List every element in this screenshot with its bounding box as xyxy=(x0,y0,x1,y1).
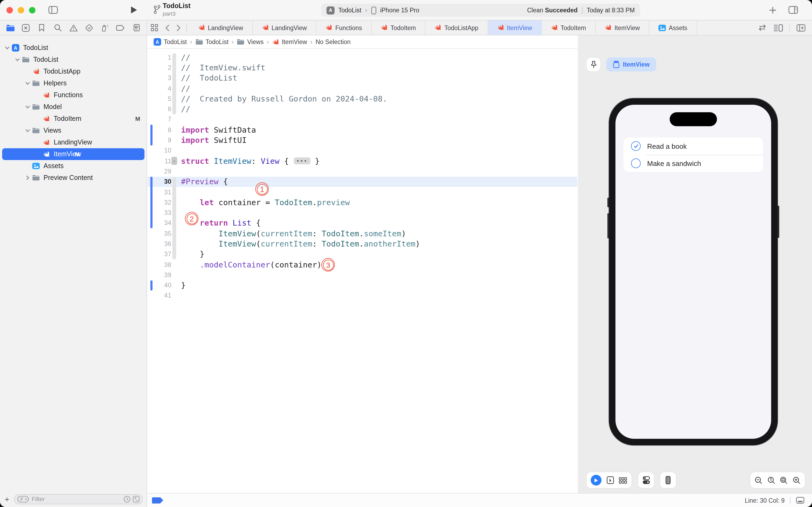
issues-navigator-icon[interactable] xyxy=(68,22,79,33)
breadcrumb-item[interactable]: ATodoList xyxy=(154,38,187,46)
tests-navigator-icon[interactable] xyxy=(84,22,95,33)
sidebar-item-todolist[interactable]: TodoList xyxy=(0,54,147,65)
sidebar-item-todolistapp[interactable]: TodoListApp xyxy=(0,65,147,77)
code-line-6[interactable]: 6// xyxy=(148,104,577,114)
disclosure-chevron-icon[interactable] xyxy=(23,104,32,110)
code-line-37[interactable]: 37 } xyxy=(148,249,577,260)
add-file-button[interactable]: + xyxy=(0,494,14,504)
sidebar-item-preview-content[interactable]: Preview Content xyxy=(0,172,147,184)
back-icon[interactable] xyxy=(162,20,173,35)
toggle-inspector-icon[interactable] xyxy=(789,6,798,14)
fold-chevron-icon[interactable]: › xyxy=(171,157,177,165)
sidebar-item-model[interactable]: Model xyxy=(0,101,147,113)
sidebar-item-assets[interactable]: Assets xyxy=(0,160,147,172)
debug-navigator-icon[interactable] xyxy=(100,22,110,33)
forward-icon[interactable] xyxy=(173,20,184,35)
todo-row[interactable]: Read a book xyxy=(624,137,763,155)
toggle-sidebar-icon[interactable] xyxy=(48,6,58,14)
code-line-39[interactable]: 39 xyxy=(148,270,577,280)
code-fold-pill[interactable]: ••• xyxy=(293,157,310,164)
code-line-34[interactable]: 34 return List { xyxy=(148,218,577,229)
code-line-31[interactable]: 31 xyxy=(148,187,577,198)
selectable-preview-button[interactable] xyxy=(606,476,614,485)
disclosure-chevron-icon[interactable] xyxy=(13,57,21,62)
preview-device-control[interactable] xyxy=(660,472,676,488)
editor-layout-icon[interactable] xyxy=(773,24,783,32)
code-line-10[interactable]: 10 xyxy=(148,145,577,156)
variants-preview-button[interactable] xyxy=(619,477,627,484)
add-button[interactable] xyxy=(769,6,776,14)
code-line-38[interactable]: 38 .modelContainer(container) xyxy=(148,260,577,270)
editor-tab-todoitem[interactable]: TodoItem xyxy=(542,20,596,35)
source-control-navigator-icon[interactable] xyxy=(21,22,32,33)
code-line-2[interactable]: 2// ItemView.swift xyxy=(148,63,577,73)
disclosure-chevron-icon[interactable] xyxy=(23,80,32,86)
unchecked-circle-icon[interactable] xyxy=(631,158,641,168)
device-settings-control[interactable] xyxy=(638,472,654,488)
code-area[interactable]: 1//2// ItemView.swift3// TodoList4//5// … xyxy=(148,49,577,493)
filter-field[interactable]: Filter xyxy=(14,494,143,504)
split-editor-icon[interactable] xyxy=(797,24,806,32)
code-line-40[interactable]: 40} xyxy=(148,280,577,291)
code-line-3[interactable]: 3// TodoList xyxy=(148,73,577,83)
editor-tab-itemview[interactable]: ItemView xyxy=(488,20,542,35)
breadcrumb-item[interactable]: ItemView xyxy=(272,39,307,45)
code-line-5[interactable]: 5// Created by Russell Gordon on 2024-04… xyxy=(148,94,577,104)
fold-ribbon-segment[interactable] xyxy=(172,177,176,260)
find-navigator-icon[interactable] xyxy=(52,22,63,33)
sidebar-item-functions[interactable]: Functions xyxy=(0,89,147,101)
disclosure-chevron-icon[interactable] xyxy=(3,45,11,51)
run-button[interactable] xyxy=(130,6,137,14)
close-window-button[interactable] xyxy=(6,7,13,13)
zoom-fit-icon[interactable] xyxy=(780,476,788,484)
display-icon[interactable] xyxy=(796,497,805,504)
editor-tab-landingview[interactable]: LandingView xyxy=(253,20,316,35)
code-line-1[interactable]: 1// xyxy=(148,52,577,63)
scheme-name[interactable]: TodoList xyxy=(338,7,361,13)
editor-tab-assets[interactable]: Assets xyxy=(649,20,697,35)
scheme-pill[interactable]: A TodoList › iPhone 15 Pro Clean Succeed… xyxy=(321,4,640,17)
swap-editor-icon[interactable] xyxy=(758,24,767,31)
disclosure-chevron-icon[interactable] xyxy=(23,175,32,180)
pin-preview-button[interactable] xyxy=(586,57,600,71)
preview-target-chip[interactable]: ItemView xyxy=(606,57,656,71)
minimize-window-button[interactable] xyxy=(18,7,24,13)
code-line-33[interactable]: 33 xyxy=(148,208,577,218)
zoom-in-icon[interactable] xyxy=(793,476,801,484)
disclosure-chevron-icon[interactable] xyxy=(23,128,32,133)
code-line-36[interactable]: 36 ItemView(currentItem: TodoItem.anothe… xyxy=(148,239,577,249)
zoom-window-button[interactable] xyxy=(29,7,36,13)
live-preview-button[interactable] xyxy=(591,475,602,486)
code-line-8[interactable]: 8import SwiftData xyxy=(148,125,577,135)
source-control-status-icon[interactable] xyxy=(133,496,139,502)
editor-tab-landingview[interactable]: LandingView xyxy=(189,20,253,35)
code-line-30[interactable]: 30#Preview { xyxy=(148,176,577,187)
sidebar-item-todolist[interactable]: ATodoList xyxy=(0,42,147,54)
editor-tab-functions[interactable]: Functions xyxy=(316,20,372,35)
editor-tab-todolistapp[interactable]: TodoListApp xyxy=(425,20,488,35)
editor-tab-itemview[interactable]: ItemView xyxy=(595,20,649,35)
breakpoint-indicator[interactable] xyxy=(152,497,163,504)
project-navigator-icon[interactable] xyxy=(5,22,15,33)
todo-row[interactable]: Make a sandwich xyxy=(624,155,763,172)
code-line-35[interactable]: 35 ItemView(currentItem: TodoItem.someIt… xyxy=(148,228,577,239)
code-line-9[interactable]: 9import SwiftUI xyxy=(148,135,577,146)
code-line-4[interactable]: 4// xyxy=(148,83,577,94)
build-status-time[interactable]: Today at 8:33 PM xyxy=(587,7,635,13)
breadcrumb-item[interactable]: Views xyxy=(237,39,264,45)
reports-navigator-icon[interactable] xyxy=(131,22,142,33)
bookmarks-navigator-icon[interactable] xyxy=(37,22,47,33)
sidebar-item-views[interactable]: Views xyxy=(0,125,147,136)
sidebar-item-todoitem[interactable]: TodoItemM xyxy=(0,113,147,125)
recent-files-icon[interactable] xyxy=(123,496,130,502)
code-line-32[interactable]: 32 let container = TodoItem.preview xyxy=(148,197,577,208)
code-line-29[interactable]: 29 xyxy=(148,166,577,177)
editor-tab-todoitem[interactable]: TodoItem xyxy=(371,20,425,35)
sidebar-item-landingview[interactable]: LandingView xyxy=(0,136,147,148)
run-destination[interactable]: iPhone 15 Pro xyxy=(380,7,419,13)
code-line-7[interactable]: 7 xyxy=(148,114,577,125)
checked-circle-icon[interactable] xyxy=(631,141,641,151)
breadcrumb-item[interactable]: TodoList xyxy=(195,39,229,45)
zoom-100-icon[interactable] xyxy=(767,476,775,484)
sidebar-item-helpers[interactable]: Helpers xyxy=(0,77,147,89)
